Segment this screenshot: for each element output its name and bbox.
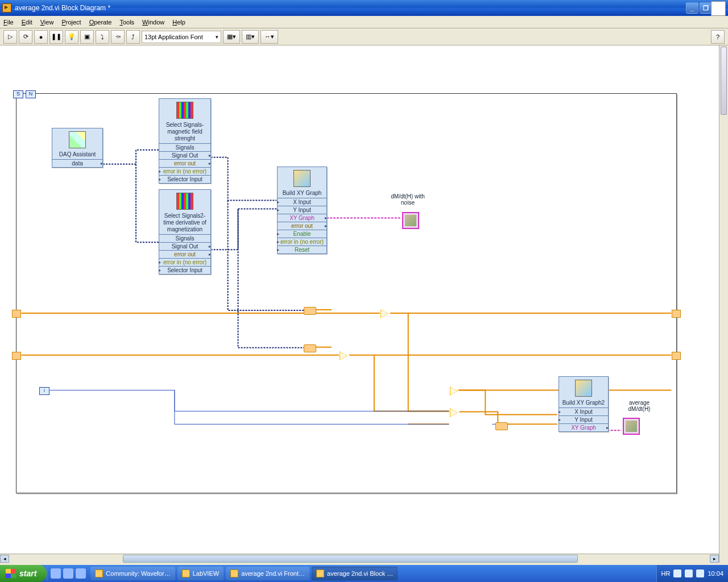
- node-build-xy-graph-2[interactable]: Build XY Graph2 ▸X Input ▸Y Input ▸XY Gr…: [559, 376, 609, 432]
- daq-row-data[interactable]: ▸data: [52, 159, 102, 167]
- menu-project[interactable]: Project: [61, 19, 81, 26]
- select-signals-icon: [176, 193, 193, 210]
- task-block-diagram[interactable]: average 2nd.vi Block …: [312, 567, 398, 580]
- task-community[interactable]: Community: Wavefor…: [90, 567, 175, 580]
- task-labview[interactable]: LabVIEW: [177, 567, 224, 580]
- tray-icon-1[interactable]: [673, 569, 681, 577]
- task-front-panel[interactable]: average 2nd.vi Front…: [226, 567, 309, 580]
- build2-x-input[interactable]: ▸X Input: [559, 408, 608, 415]
- icon-chip[interactable]: [711, 1, 726, 16]
- loop-n-terminal[interactable]: N: [26, 90, 36, 98]
- start-button[interactable]: start: [0, 565, 47, 582]
- shift-register-left-1[interactable]: [12, 310, 21, 318]
- tray-icon-3[interactable]: [696, 569, 704, 577]
- build2-xy-graph[interactable]: ▸XY Graph: [559, 423, 608, 431]
- menu-help[interactable]: Help: [172, 19, 185, 26]
- node-select-signals-2[interactable]: Select Signals2-time derivative of magne…: [159, 189, 211, 275]
- system-tray[interactable]: HR 10:04: [656, 565, 728, 582]
- sel2-error-out[interactable]: ▸error out: [159, 250, 210, 258]
- sel2-error-in[interactable]: ▸error in (no error): [159, 258, 210, 266]
- sel1-signals[interactable]: Signals: [159, 143, 210, 151]
- convert-node-3[interactable]: [495, 422, 508, 430]
- menu-view[interactable]: View: [40, 19, 54, 26]
- convert-node-1[interactable]: [304, 307, 316, 315]
- node-build-xy-graph[interactable]: Build XY Graph ▸X Input ▸Y Input ▸XY Gra…: [277, 167, 327, 254]
- build1-enable[interactable]: ▸Enable: [278, 230, 326, 238]
- toolbar: ▷ ⟳ ● ❚❚ 💡 ▣ ⤵ ⤼ ⤴ 13pt Application Font…: [0, 28, 728, 45]
- chrome-icon: [95, 569, 103, 577]
- hscroll-left[interactable]: ◂: [0, 555, 9, 563]
- maximize-button[interactable]: ❐: [700, 2, 712, 14]
- menu-window[interactable]: Window: [142, 19, 164, 26]
- build1-x-input[interactable]: ▸X Input: [278, 198, 326, 206]
- divide-node-1[interactable]: [450, 386, 459, 396]
- loop-structure[interactable]: S N i: [16, 93, 677, 493]
- menu-operate[interactable]: Operate: [89, 19, 112, 26]
- loop-i-terminal[interactable]: i: [39, 387, 49, 395]
- sel2-selector-input[interactable]: ▸Selector Input: [159, 266, 210, 274]
- daq-label: DAQ Assistant: [52, 150, 102, 159]
- font-select[interactable]: 13pt Application Font: [142, 31, 221, 43]
- retain-wire-button[interactable]: ▣: [80, 30, 94, 44]
- ql-icon-3[interactable]: [76, 568, 86, 579]
- sel1-error-in[interactable]: ▸error in (no error): [159, 167, 210, 175]
- node-select-signals-1[interactable]: Select Signals-magnetic field strenght S…: [159, 98, 211, 184]
- graph2-terminal[interactable]: [623, 418, 640, 435]
- step-into-button[interactable]: ⤵: [96, 30, 109, 44]
- menu-tools[interactable]: Tools: [119, 19, 134, 26]
- build2-y-input[interactable]: ▸Y Input: [559, 415, 608, 423]
- canvas[interactable]: S N i: [0, 45, 728, 563]
- ql-icon-2[interactable]: [63, 568, 73, 579]
- window-title: average 2nd.vi Block Diagram *: [15, 4, 110, 12]
- tray-lang[interactable]: HR: [661, 570, 671, 577]
- sel2-signal-out[interactable]: ▸Signal Out: [159, 242, 210, 250]
- build-graph-icon: [293, 170, 311, 187]
- hscroll-right[interactable]: ▸: [710, 555, 719, 563]
- step-over-button[interactable]: ⤼: [111, 30, 125, 44]
- ql-icon-1[interactable]: [51, 568, 61, 579]
- minimize-button[interactable]: _: [686, 2, 698, 14]
- menu-edit[interactable]: Edit: [22, 19, 32, 26]
- divide-node-2[interactable]: [450, 408, 459, 417]
- graph1-terminal[interactable]: [402, 212, 419, 229]
- shift-register-right-2[interactable]: [672, 352, 681, 360]
- add-node-2[interactable]: [340, 351, 349, 360]
- windows-flag-icon: [6, 569, 16, 578]
- sel1-selector-input[interactable]: ▸Selector Input: [159, 175, 210, 183]
- tray-icon-2[interactable]: [685, 569, 693, 577]
- run-cont-button[interactable]: ⟳: [19, 30, 32, 44]
- sel1-signal-out[interactable]: ▸Signal Out: [159, 151, 210, 159]
- sel2-signals[interactable]: Signals: [159, 234, 210, 242]
- help-button[interactable]: ?: [711, 30, 725, 44]
- build1-label: Build XY Graph: [278, 189, 326, 198]
- pause-button[interactable]: ❚❚: [49, 30, 63, 44]
- abort-button[interactable]: ●: [34, 30, 48, 44]
- build1-xy-graph[interactable]: ▸XY Graph: [278, 214, 326, 222]
- horizontal-scrollbar[interactable]: ◂ ▸: [0, 554, 719, 563]
- build1-error-out[interactable]: ▸error out: [278, 222, 326, 230]
- run-button[interactable]: ▷: [3, 30, 17, 44]
- menu-file[interactable]: File: [3, 19, 14, 26]
- align-button[interactable]: ▦▾: [223, 30, 240, 44]
- node-daq-assistant[interactable]: DAQ Assistant ▸data: [52, 128, 103, 168]
- convert-node-2[interactable]: [304, 344, 316, 352]
- build1-y-input[interactable]: ▸Y Input: [278, 206, 326, 214]
- wires-svg: [16, 94, 676, 493]
- titlebar: average 2nd.vi Block Diagram * _ ❐ ✕: [0, 0, 728, 16]
- loop-s-terminal[interactable]: S: [13, 90, 23, 98]
- taskbar: start Community: Wavefor… LabVIEW averag…: [0, 565, 728, 582]
- step-out-button[interactable]: ⤴: [126, 30, 140, 44]
- graph1-label: dM/dt(H) with noise: [385, 193, 431, 206]
- tray-clock[interactable]: 10:04: [708, 570, 723, 577]
- highlight-exec-button[interactable]: 💡: [65, 30, 78, 44]
- add-node-1[interactable]: [380, 309, 390, 318]
- shift-register-left-2[interactable]: [12, 352, 21, 360]
- build1-reset[interactable]: ▸Reset: [278, 246, 326, 253]
- shift-register-right-1[interactable]: [672, 310, 681, 318]
- sel1-error-out[interactable]: ▸error out: [159, 159, 210, 167]
- build1-error-in[interactable]: ▸error in (no error): [278, 238, 326, 246]
- vertical-scrollbar[interactable]: [719, 45, 728, 563]
- reorder-button[interactable]: ↔▾: [260, 30, 278, 44]
- distribute-button[interactable]: ▥▾: [242, 30, 259, 44]
- build-graph-icon: [575, 380, 592, 397]
